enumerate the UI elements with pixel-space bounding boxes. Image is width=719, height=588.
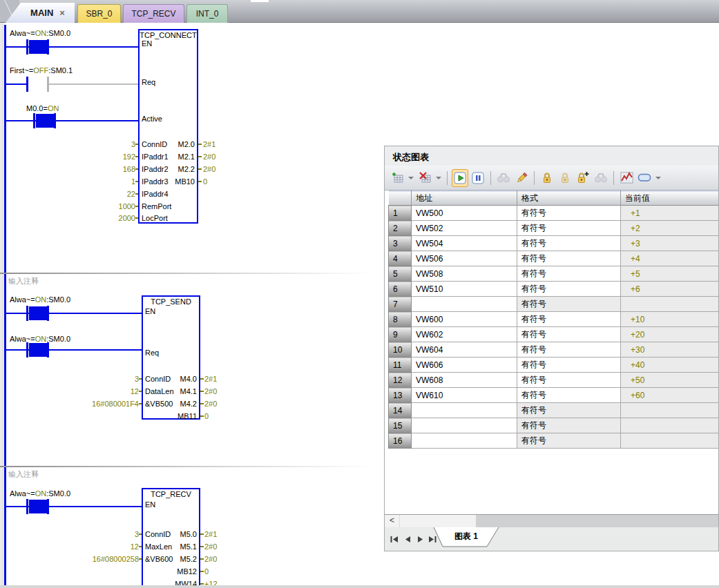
row-number[interactable]: 14 — [389, 403, 412, 418]
value-cell[interactable]: +20 — [621, 327, 719, 342]
value-cell[interactable]: +40 — [621, 357, 719, 373]
format-cell[interactable]: 有符号 — [517, 206, 621, 221]
row-number[interactable]: 16 — [389, 433, 412, 449]
value-cell[interactable] — [621, 433, 719, 449]
row-number[interactable]: 11 — [389, 357, 412, 373]
tab-sbr0[interactable]: SBR_0 — [77, 4, 121, 23]
contact-closed[interactable] — [29, 500, 47, 513]
force-button[interactable] — [539, 169, 555, 187]
address-cell[interactable]: VW600 — [412, 312, 517, 327]
chart-status-on-button[interactable] — [452, 169, 468, 187]
value-cell[interactable]: +2 — [621, 221, 719, 236]
delete-row-button[interactable] — [416, 169, 433, 187]
row-number[interactable]: 13 — [389, 388, 412, 403]
row-number[interactable]: 10 — [389, 342, 412, 357]
pause-chart-button[interactable] — [470, 169, 486, 187]
value-cell[interactable]: +10 — [621, 312, 719, 327]
address-cell[interactable]: VW508 — [412, 266, 517, 282]
format-cell[interactable]: 有符号 — [517, 433, 621, 449]
row-number[interactable]: 2 — [389, 221, 412, 236]
value-cell[interactable]: +50 — [621, 373, 719, 388]
tcp-recv-block[interactable]: TCP_RECV EN ConnID MaxLen &VB600 M5.0 M5… — [142, 488, 200, 588]
row-number[interactable]: 5 — [389, 266, 412, 282]
chevron-down-icon[interactable] — [408, 177, 414, 179]
row-number[interactable]: 8 — [389, 312, 412, 327]
format-cell[interactable]: 有符号 — [517, 266, 621, 282]
tab-int0[interactable]: INT_0 — [186, 4, 228, 23]
address-cell[interactable]: VW604 — [412, 342, 517, 357]
address-cell[interactable] — [412, 297, 517, 312]
format-cell[interactable]: 有符号 — [517, 342, 621, 357]
tcp-connect-block[interactable]: TCP_CONNECT EN Req Active ConnID IPaddr1… — [138, 29, 198, 224]
format-cell[interactable]: 有符号 — [517, 388, 621, 403]
format-cell[interactable]: 有符号 — [517, 357, 621, 373]
insert-row-button[interactable] — [389, 169, 405, 187]
network-comment[interactable]: 输入注释 — [8, 470, 39, 478]
address-cell[interactable]: VW610 — [412, 388, 517, 403]
row-number[interactable]: 15 — [389, 418, 412, 433]
value-cell[interactable]: +6 — [621, 282, 719, 297]
value-cell[interactable] — [621, 418, 719, 433]
contact-closed[interactable] — [29, 306, 47, 320]
format-cell[interactable]: 有符号 — [517, 221, 621, 236]
value-cell[interactable]: +3 — [621, 236, 719, 251]
next-sheet-button[interactable] — [416, 533, 426, 542]
contact-closed[interactable] — [29, 343, 47, 357]
scrollbar-thumb[interactable] — [400, 515, 476, 527]
row-number[interactable]: 12 — [389, 373, 412, 388]
row-number[interactable]: 1 — [389, 206, 412, 221]
row-number[interactable]: 7 — [389, 297, 412, 312]
value-cell[interactable] — [621, 403, 719, 418]
address-cell[interactable]: VW502 — [412, 221, 517, 236]
value-cell[interactable]: +30 — [621, 342, 719, 357]
chevron-down-icon[interactable] — [655, 177, 661, 179]
value-cell[interactable]: +4 — [621, 251, 719, 266]
row-number[interactable]: 9 — [389, 327, 412, 342]
address-cell[interactable]: VW602 — [412, 327, 517, 342]
property-toggle-button[interactable] — [636, 169, 653, 187]
format-cell[interactable]: 有符号 — [517, 373, 621, 388]
close-icon[interactable]: × — [59, 8, 65, 18]
value-cell[interactable]: +5 — [621, 266, 719, 282]
address-cell[interactable] — [412, 433, 517, 449]
previous-sheet-button[interactable] — [404, 533, 414, 542]
contact-closed[interactable] — [29, 40, 47, 54]
value-cell[interactable]: +60 — [621, 388, 719, 403]
format-cell[interactable]: 有符号 — [517, 418, 621, 433]
column-header-value[interactable]: 当前值 — [621, 191, 719, 206]
format-cell[interactable]: 有符号 — [517, 327, 621, 342]
value-cell[interactable] — [621, 297, 719, 312]
row-number[interactable]: 4 — [389, 251, 412, 266]
value-cell[interactable]: +1 — [621, 206, 719, 221]
contact-closed[interactable] — [36, 114, 54, 128]
row-number[interactable]: 6 — [389, 282, 412, 297]
address-cell[interactable] — [412, 403, 517, 418]
column-header-format[interactable]: 格式 — [517, 191, 621, 206]
chevron-down-icon[interactable] — [436, 177, 441, 179]
address-cell[interactable]: VW608 — [412, 373, 517, 388]
first-sheet-button[interactable] — [390, 533, 400, 542]
format-cell[interactable]: 有符号 — [517, 251, 621, 266]
tab-tcp-recv[interactable]: TCP_RECV — [123, 4, 184, 23]
sheet-tab-chart1[interactable]: 图表 1 — [433, 527, 499, 548]
column-header-address[interactable]: 地址 — [412, 191, 517, 206]
write-button[interactable] — [513, 169, 530, 187]
format-cell[interactable]: 有符号 — [517, 282, 621, 297]
force-new-button[interactable] — [575, 169, 591, 187]
scroll-left-button[interactable]: < — [385, 515, 400, 527]
trend-view-button[interactable] — [618, 169, 635, 187]
address-cell[interactable]: VW606 — [412, 357, 517, 373]
tcp-send-block[interactable]: TCP_SEND EN Req ConnID DataLen &VB500 M4… — [142, 295, 200, 420]
network-comment[interactable]: 输入注释 — [8, 277, 39, 285]
format-cell[interactable]: 有符号 — [517, 312, 621, 327]
address-cell[interactable]: VW500 — [412, 206, 517, 221]
address-cell[interactable]: VW506 — [412, 251, 517, 266]
format-cell[interactable]: 有符号 — [517, 403, 621, 418]
address-cell[interactable] — [412, 418, 517, 433]
row-number[interactable]: 3 — [389, 236, 412, 251]
address-cell[interactable]: VW504 — [412, 236, 517, 251]
address-cell[interactable]: VW510 — [412, 282, 517, 297]
format-cell[interactable]: 有符号 — [517, 297, 621, 312]
format-cell[interactable]: 有符号 — [517, 236, 621, 251]
pin-tick — [139, 378, 142, 380]
